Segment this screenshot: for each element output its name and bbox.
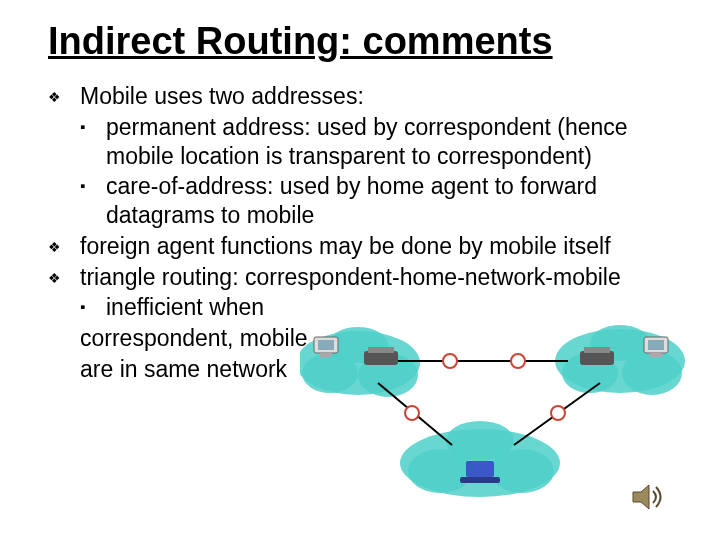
svg-rect-22 — [584, 347, 610, 353]
network-diagram — [300, 323, 700, 503]
cloud-right — [555, 325, 685, 395]
sub-bullet-1b: ▪ care-of-address: used by home agent to… — [80, 172, 672, 230]
svg-rect-25 — [320, 353, 332, 357]
sub-bullet-1a-text: permanent address: used by correspondent… — [106, 113, 672, 171]
router-icon — [364, 347, 398, 365]
square-bullet-icon: ▪ — [80, 293, 106, 322]
speaker-icon — [629, 479, 665, 515]
sub-bullet-3a-text: inefficient when — [106, 293, 672, 322]
svg-point-11 — [446, 421, 514, 461]
svg-rect-28 — [650, 353, 662, 357]
svg-rect-29 — [466, 461, 494, 477]
laptop-icon — [460, 461, 500, 483]
svg-rect-20 — [368, 347, 394, 353]
svg-marker-31 — [633, 485, 649, 509]
svg-point-15 — [443, 354, 457, 368]
svg-point-17 — [405, 406, 419, 420]
square-bullet-icon: ▪ — [80, 172, 106, 230]
diamond-bullet-icon: ❖ — [48, 82, 80, 111]
svg-rect-27 — [648, 340, 664, 350]
bullet-3-text: triangle routing: correspondent-home-net… — [80, 263, 672, 292]
bullet-2: ❖ foreign agent functions may be done by… — [48, 232, 672, 261]
sub-bullet-1b-text: care-of-address: used by home agent to f… — [106, 172, 672, 230]
svg-point-18 — [551, 406, 565, 420]
page-title: Indirect Routing: comments — [48, 20, 553, 63]
square-bullet-icon: ▪ — [80, 113, 106, 171]
svg-rect-30 — [460, 477, 500, 483]
bullet-1-text: Mobile uses two addresses: — [80, 82, 672, 111]
router-icon — [580, 347, 614, 365]
svg-point-16 — [511, 354, 525, 368]
slide: Indirect Routing: comments ❖ Mobile uses… — [0, 0, 720, 540]
diamond-bullet-icon: ❖ — [48, 232, 80, 261]
bullet-1: ❖ Mobile uses two addresses: — [48, 82, 672, 111]
svg-rect-19 — [364, 351, 398, 365]
cloud-bottom — [400, 421, 560, 497]
sub-bullet-3a: ▪ inefficient when — [80, 293, 672, 322]
bullet-2-text: foreign agent functions may be done by m… — [80, 232, 672, 261]
bullet-3: ❖ triangle routing: correspondent-home-n… — [48, 263, 672, 292]
sub-bullet-1a: ▪ permanent address: used by corresponde… — [80, 113, 672, 171]
diamond-bullet-icon: ❖ — [48, 263, 80, 292]
svg-rect-24 — [318, 340, 334, 350]
svg-rect-21 — [580, 351, 614, 365]
